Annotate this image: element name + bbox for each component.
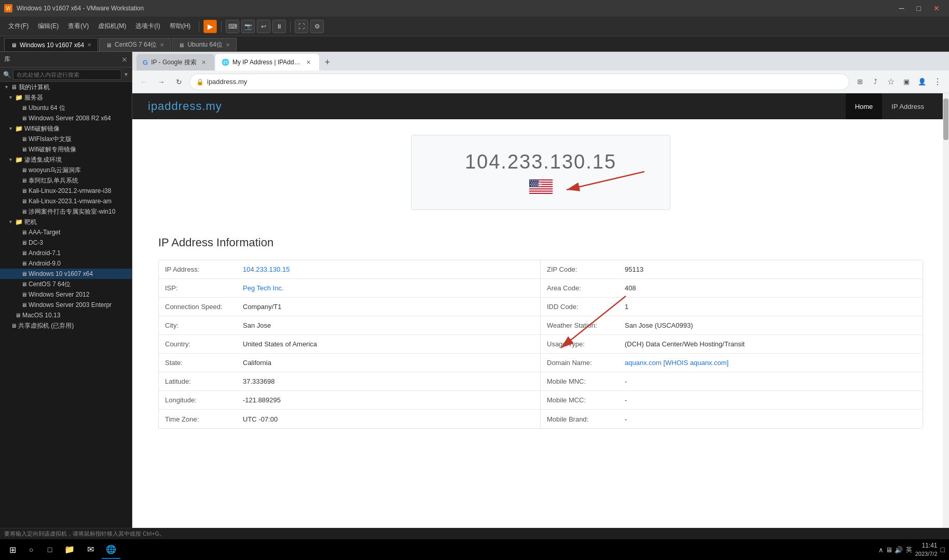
vm-tab-centos[interactable]: 🖥 CentOS 7 64位 ✕ [99, 38, 171, 51]
profile-button[interactable]: 👤 [915, 75, 929, 89]
info-value-isp[interactable]: Peg Tech Inc. [237, 280, 290, 296]
webpage-scrollbar[interactable] [943, 93, 949, 528]
nav-home[interactable]: Home [846, 93, 883, 119]
revert-button[interactable]: ↩ [257, 20, 270, 33]
vm-tab-close-centos[interactable]: ✕ [160, 42, 164, 48]
sidebar-close-button[interactable]: ✕ [121, 55, 128, 64]
tree-item-shewang[interactable]: 🖥 涉网案件打击专属实验室-win10 [0, 206, 132, 217]
tree-item-wifi-special[interactable]: 🖥 Wifi破解专用镜像 [0, 144, 132, 155]
full-screen-button[interactable]: ⛶ [295, 20, 308, 33]
tree-item-android71[interactable]: 🖥 Android-7.1 [0, 248, 132, 258]
search-dropdown-icon[interactable]: ▼ [123, 72, 129, 77]
info-value-area: 408 [618, 280, 642, 296]
tree-label-wifislax: WIFIslax中文版 [29, 135, 72, 144]
info-row-speed: Connection Speed: Company/T1 [159, 298, 540, 316]
tree-icon-wifi-special: 🖥 [21, 146, 27, 152]
translate-button[interactable]: ⊞ [852, 75, 867, 89]
close-button[interactable]: ✕ [928, 4, 945, 12]
google-favicon: G [143, 59, 148, 66]
tree-item-ubuntu64[interactable]: 🖥 Ubuntu 64 位 [0, 103, 132, 113]
info-right-col: ZIP Code: 95113 Area Code: 408 IDD Code:… [541, 260, 923, 428]
maximize-button[interactable]: □ [912, 4, 926, 12]
tree-item-aaa[interactable]: 🖥 AAA-Target [0, 227, 132, 237]
menu-tab[interactable]: 选项卡(I) [131, 20, 164, 33]
menu-file[interactable]: 文件(F) [4, 20, 33, 33]
tree-item-wifislax[interactable]: 🖥 WIFIslax中文版 [0, 134, 132, 144]
minimize-button[interactable]: ─ [894, 4, 910, 12]
taskbar-chrome[interactable]: 🌐 [102, 540, 120, 559]
tree-item-server2012[interactable]: 🖥 Windows Server 2012 [0, 289, 132, 300]
menu-help[interactable]: 帮助(H) [166, 20, 195, 33]
bookmark-button[interactable]: ☆ [884, 75, 898, 89]
chrome-tab-google[interactable]: G IP - Google 搜索 ✕ [136, 54, 214, 71]
info-value-brand: - [618, 411, 633, 427]
tray-notification-icon[interactable]: □ [941, 545, 945, 554]
split-view-button[interactable]: ▣ [899, 75, 914, 89]
tree-item-kali2023[interactable]: 🖥 Kali-Linux-2023.1-vmware-am [0, 196, 132, 206]
tree-icon-computer: 🖥 [11, 83, 17, 91]
tray-up-icon[interactable]: ∧ [878, 546, 884, 554]
suspend-button[interactable]: ⏸ [272, 20, 286, 33]
menu-bar[interactable]: 文件(F) 编辑(E) 查看(V) 虚拟机(M) 选项卡(I) 帮助(H) [4, 20, 195, 33]
menu-vm[interactable]: 虚拟机(M) [94, 20, 130, 33]
tree-label-targets: 靶机 [24, 218, 37, 227]
info-value-ip[interactable]: 104.233.130.15 [237, 261, 296, 277]
settings-button[interactable]: ⚙ [310, 20, 324, 33]
tree-item-server2003[interactable]: 🖥 Windows Server 2003 Enterpr [0, 300, 132, 310]
tree-item-kali2021[interactable]: 🖥 Kali-Linux-2021.2-vmware-i38 [0, 186, 132, 196]
tree-item-targets[interactable]: ▼ 📁 靶机 [0, 217, 132, 227]
sidebar-search-bar[interactable]: 🔍 ▼ [0, 67, 132, 82]
chrome-tab-close-google[interactable]: ✕ [200, 58, 208, 66]
taskbar-time[interactable]: 11:41 2023/7/2 [915, 541, 938, 558]
tree-arrow-targets: ▼ [8, 219, 13, 225]
tree-item-pentest[interactable]: ▼ 📁 渗透集成环境 [0, 155, 132, 165]
snapshot-button[interactable]: 📷 [241, 20, 255, 33]
vm-tab-ubuntu[interactable]: 🖥 Ubuntu 64位 ✕ [172, 38, 236, 51]
menu-edit[interactable]: 编辑(E) [34, 20, 63, 33]
more-button[interactable]: ⋮ [930, 75, 945, 89]
info-label-domain: Domain Name: [541, 355, 618, 371]
tree-item-wooyun[interactable]: 🖥 wooyun乌云漏洞库 [0, 165, 132, 175]
vm-tab-label-centos: CentOS 7 64位 [115, 40, 157, 49]
refresh-button[interactable]: ↻ [172, 75, 186, 89]
tree-item-taiahong[interactable]: 🖥 泰阿红队单兵系统 [0, 175, 132, 186]
tree-item-dc3[interactable]: 🖥 DC-3 [0, 237, 132, 248]
tray-network-icon[interactable]: 🖥 [886, 546, 892, 554]
vm-tab-windows10[interactable]: 🖥 Windows 10 v1607 x64 ✕ [4, 38, 98, 51]
tree-item-shared[interactable]: 🖥 共享虚拟机 (已弃用) [0, 320, 132, 331]
tree-item-my-computer[interactable]: ▼ 🖥 我的计算机 [0, 82, 132, 92]
chrome-tab-close-ipaddress[interactable]: ✕ [305, 58, 313, 66]
tree-item-win10[interactable]: 🖥 Windows 10 v1607 x64 [0, 269, 132, 279]
address-bar[interactable]: 🔒 ipaddress.my [189, 74, 849, 90]
tree-item-centos7[interactable]: 🖥 CentOS 7 64位 [0, 279, 132, 289]
menu-view[interactable]: 查看(V) [64, 20, 93, 33]
tree-item-android90[interactable]: 🖥 Android-9.0 [0, 258, 132, 269]
info-value-domain[interactable]: aquanx.com [WHOIS aquanx.com] [618, 355, 735, 371]
tree-item-wifi[interactable]: ▼ 📁 Wifi破解镜像 [0, 123, 132, 134]
cortana-button[interactable]: ○ [23, 541, 39, 558]
chrome-tab-ipaddress[interactable]: 🌐 My IP Address | IPAddress.my ✕ [215, 54, 319, 71]
sidebar-search-input[interactable] [13, 69, 121, 80]
vm-tab-close-windows10[interactable]: ✕ [87, 42, 91, 48]
send-key-button[interactable]: ⌨ [226, 20, 239, 33]
nav-ip-address[interactable]: IP Address [882, 93, 933, 119]
tree-item-server2008[interactable]: 🖥 Windows Server 2008 R2 x64 [0, 113, 132, 123]
back-button[interactable]: ← [136, 75, 151, 89]
taskbar-mail[interactable]: ✉ [81, 540, 100, 559]
power-button[interactable]: ▶ [203, 20, 217, 33]
title-bar-controls[interactable]: ─ □ ✕ [894, 4, 945, 12]
tree-item-servers[interactable]: ▼ 📁 服务器 [0, 92, 132, 103]
chrome-new-tab-button[interactable]: + [320, 55, 335, 69]
tree-item-macos[interactable]: 🖥 MacOS 10.13 [0, 310, 132, 320]
tree-icon-shared: 🖥 [11, 323, 17, 329]
taskbar-explorer[interactable]: 📁 [60, 540, 79, 559]
task-view-button[interactable]: □ [42, 541, 58, 558]
main-area: 库 ✕ 🔍 ▼ ▼ 🖥 我的计算机 ▼ 📁 服务器 🖥 [0, 52, 949, 528]
share-button[interactable]: ⤴ [868, 75, 883, 89]
tree-label-centos7: CentOS 7 64位 [29, 280, 71, 289]
tray-volume-icon[interactable]: 🔊 [895, 546, 903, 554]
vm-tab-close-ubuntu[interactable]: ✕ [226, 42, 230, 48]
scrollbar-thumb[interactable] [943, 99, 948, 140]
forward-button[interactable]: → [154, 75, 169, 89]
start-button[interactable]: ⊞ [4, 541, 21, 558]
